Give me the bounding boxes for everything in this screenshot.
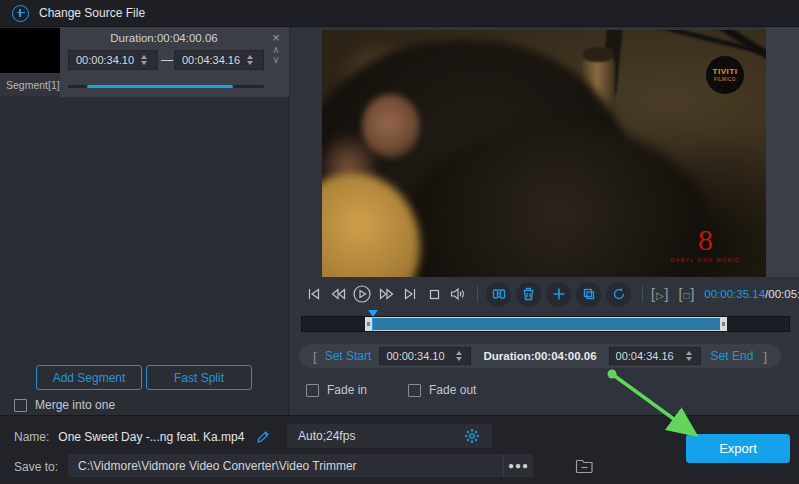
preview-play-icon[interactable]: [▷] <box>651 286 669 302</box>
output-format-value: Auto;24fps <box>298 429 355 443</box>
add-segment-button[interactable]: Add Segment <box>36 365 142 390</box>
fade-in-checkbox[interactable] <box>306 384 319 397</box>
move-down-icon[interactable]: ∨ <box>272 55 279 64</box>
preview-panel: TIVITI FILMICO 8 DARYL ONG MUSIC <box>290 27 799 415</box>
range-dash: — <box>160 53 174 67</box>
trim-start-handle[interactable] <box>365 317 372 331</box>
fade-options: Fade in Fade out <box>306 383 476 397</box>
filmico-watermark: TIVITI FILMICO <box>706 56 744 94</box>
video-trimmer-window: Change Source File Segment[1] Duration:0… <box>0 0 799 484</box>
stop-icon[interactable] <box>423 283 445 305</box>
spinner-up-down-icon[interactable] <box>452 351 466 361</box>
export-button[interactable]: Export <box>686 434 790 463</box>
segment-mini-timeline-fill <box>87 85 233 88</box>
timeline-track[interactable] <box>301 316 790 332</box>
play-icon[interactable] <box>351 283 373 305</box>
segment-start-time-input[interactable] <box>69 54 137 66</box>
segment-duration-label: Duration:00:04:00.06 <box>60 32 268 44</box>
trash-icon[interactable] <box>516 282 541 307</box>
set-end-button[interactable]: Set End <box>701 349 764 363</box>
add-segment-icon[interactable] <box>546 282 571 307</box>
segment-start-time-field[interactable] <box>68 50 158 70</box>
preview-stop-icon[interactable]: [□] <box>678 286 695 302</box>
video-preview[interactable]: TIVITI FILMICO 8 DARYL ONG MUSIC <box>322 30 766 277</box>
name-label: Name: <box>14 430 49 444</box>
total-time: /00:05:21.17 <box>765 288 799 300</box>
fade-in-label: Fade in <box>327 383 367 397</box>
fast-forward-icon[interactable] <box>375 283 397 305</box>
fade-out-checkbox[interactable] <box>408 384 421 397</box>
output-bar: Name: One Sweet Day -...ng feat. Ka.mp4 … <box>0 415 799 484</box>
close-icon[interactable]: × <box>272 31 280 44</box>
move-up-icon[interactable]: ∧ <box>272 45 279 54</box>
end-bracket: ] <box>763 349 767 364</box>
trim-start-time-field[interactable] <box>379 347 471 365</box>
title-bar: Change Source File <box>0 0 799 27</box>
spinner-up-down-icon[interactable] <box>682 351 696 361</box>
segment-mini-timeline[interactable] <box>68 85 264 88</box>
segment-tab-label[interactable]: Segment[1] <box>0 73 60 96</box>
spinner-up-down-icon[interactable] <box>243 55 257 65</box>
save-to-label: Save to: <box>14 460 58 474</box>
set-start-button[interactable]: Set Start <box>317 349 380 363</box>
preview-gutter <box>766 27 799 277</box>
change-source-file-button[interactable]: Change Source File <box>39 6 145 20</box>
current-time: 00:00:35.14 <box>704 288 765 300</box>
segment-end-time-field[interactable] <box>174 50 264 70</box>
output-format-select[interactable]: Auto;24fps <box>287 424 492 448</box>
trim-end-handle[interactable] <box>720 317 727 331</box>
trim-start-time-input[interactable] <box>380 350 452 362</box>
copy-icon[interactable] <box>576 282 601 307</box>
playhead-line <box>372 317 373 331</box>
segment-thumbnail[interactable] <box>0 28 60 73</box>
merge-into-one-checkbox[interactable] <box>14 399 27 412</box>
trim-controls-bar: [ Set Start Duration:00:04:00.06 Set End… <box>299 344 781 368</box>
trim-end-time-input[interactable] <box>610 350 682 362</box>
reset-icon[interactable] <box>606 282 631 307</box>
time-display: 00:00:35.14/00:05:21.17 <box>704 288 799 300</box>
folder-icon[interactable] <box>571 454 597 477</box>
save-path-value: C:\Vidmore\Vidmore Video Converter\Video… <box>78 459 357 473</box>
file-name-value: One Sweet Day -...ng feat. Ka.mp4 <box>58 430 244 444</box>
split-icon[interactable] <box>486 282 511 307</box>
transport-controls: [▷] [□] 00:00:35.14/00:05:21.17 <box>290 280 799 308</box>
divider <box>642 286 643 302</box>
trim-end-time-field[interactable] <box>609 347 701 365</box>
save-path-field[interactable]: C:\Vidmore\Vidmore Video Converter\Video… <box>68 454 533 477</box>
microphone-cap <box>583 47 614 62</box>
playhead-icon[interactable] <box>368 310 378 317</box>
skip-end-icon[interactable] <box>399 283 421 305</box>
segment-end-time-input[interactable] <box>175 54 243 66</box>
ellipsis-icon[interactable]: ●●● <box>503 454 533 477</box>
volume-icon[interactable] <box>447 283 469 305</box>
add-circle-icon[interactable] <box>12 5 29 22</box>
music-watermark: 8 DARYL ONG MUSIC <box>671 226 740 263</box>
spinner-up-down-icon[interactable] <box>137 55 151 65</box>
rewind-icon[interactable] <box>327 283 349 305</box>
edit-pencil-icon[interactable] <box>256 430 270 444</box>
skip-start-icon[interactable] <box>303 283 325 305</box>
divider <box>477 286 478 302</box>
merge-into-one-label: Merge into one <box>35 398 115 412</box>
segment-list-panel: Segment[1] Duration:00:04:00.06 — × ∧ ∨ … <box>0 27 289 415</box>
fast-split-button[interactable]: Fast Split <box>146 365 252 390</box>
fade-out-label: Fade out <box>429 383 476 397</box>
gear-icon[interactable] <box>464 428 480 447</box>
timeline-selection[interactable] <box>365 317 727 331</box>
trim-duration-label: Duration:00:04:00.06 <box>471 350 608 362</box>
segment-editor: Duration:00:04:00.06 — × ∧ ∨ <box>60 27 289 97</box>
